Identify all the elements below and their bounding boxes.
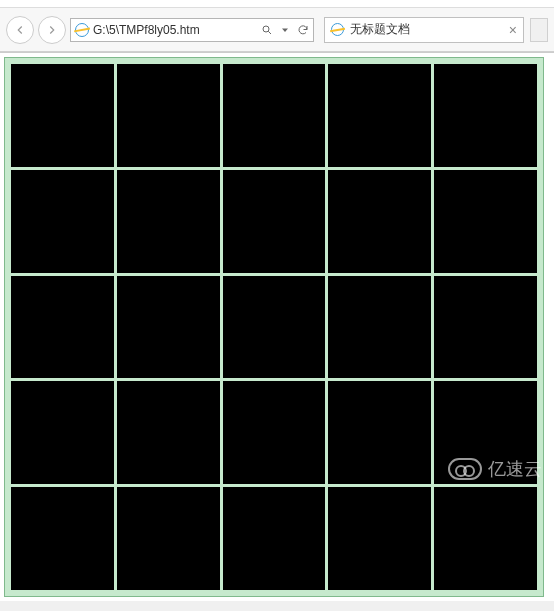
grid-cell	[328, 276, 431, 379]
grid-cell	[11, 276, 114, 379]
grid-cell	[434, 276, 537, 379]
grid-container	[11, 64, 537, 590]
svg-line-1	[268, 31, 271, 34]
svg-marker-2	[282, 28, 288, 32]
grid-cell	[223, 64, 326, 167]
new-tab-button[interactable]	[530, 18, 548, 42]
grid-cell	[434, 381, 537, 484]
svg-point-0	[263, 26, 269, 32]
grid-cell	[223, 276, 326, 379]
grid-cell	[117, 64, 220, 167]
window-titlebar	[0, 0, 554, 8]
grid-cell	[434, 487, 537, 590]
address-bar[interactable]: G:\5\TMPf8ly05.htm	[70, 18, 314, 42]
dropdown-icon[interactable]	[279, 24, 291, 36]
grid-cell	[11, 170, 114, 273]
grid-cell	[434, 170, 537, 273]
grid-cell	[223, 381, 326, 484]
address-controls	[261, 24, 309, 36]
back-button[interactable]	[6, 16, 34, 44]
grid-cell	[117, 381, 220, 484]
grid-cell	[328, 170, 431, 273]
grid-cell	[117, 170, 220, 273]
grid-cell	[11, 64, 114, 167]
ie-icon	[75, 23, 89, 37]
grid-cell	[117, 487, 220, 590]
grid-cell	[117, 276, 220, 379]
grid-cell	[11, 487, 114, 590]
browser-toolbar: G:\5\TMPf8ly05.htm 无标题文档 ×	[0, 8, 554, 52]
ie-icon	[331, 23, 344, 36]
page-content	[4, 57, 544, 597]
url-text: G:\5\TMPf8ly05.htm	[93, 23, 257, 37]
search-icon[interactable]	[261, 24, 273, 36]
grid-cell	[328, 487, 431, 590]
forward-button[interactable]	[38, 16, 66, 44]
grid-cell	[434, 64, 537, 167]
close-icon[interactable]: ×	[509, 22, 517, 38]
grid-cell	[11, 381, 114, 484]
refresh-icon[interactable]	[297, 24, 309, 36]
tab-title: 无标题文档	[350, 21, 503, 38]
grid-cell	[328, 64, 431, 167]
page-viewport	[0, 52, 554, 601]
browser-tab[interactable]: 无标题文档 ×	[324, 17, 524, 43]
grid-cell	[223, 487, 326, 590]
grid-cell	[223, 170, 326, 273]
grid-cell	[328, 381, 431, 484]
